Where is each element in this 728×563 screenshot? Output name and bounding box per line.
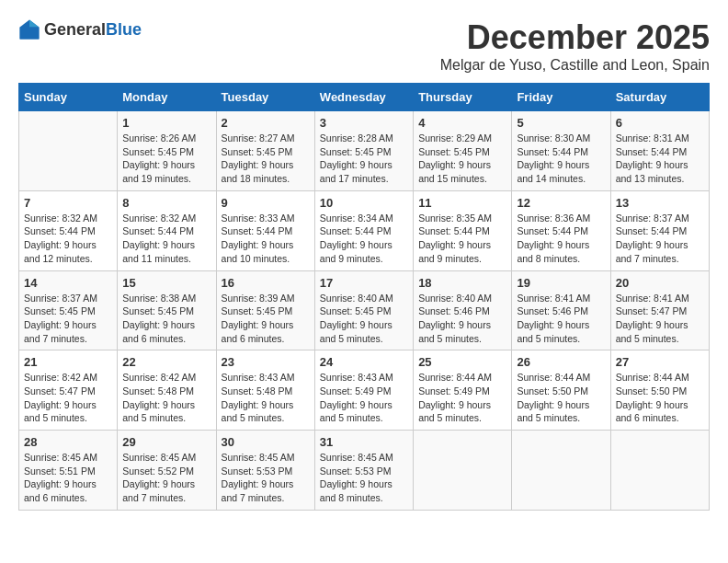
day-info: Sunrise: 8:41 AMSunset: 5:46 PMDaylight:… [517,292,605,346]
day-number: 29 [122,435,210,449]
day-info: Sunrise: 8:43 AMSunset: 5:49 PMDaylight:… [320,371,408,425]
day-number: 4 [418,116,506,130]
calendar-cell [512,431,610,511]
day-info: Sunrise: 8:45 AMSunset: 5:51 PMDaylight:… [24,451,112,505]
calendar-cell: 19Sunrise: 8:41 AMSunset: 5:46 PMDayligh… [512,270,610,350]
day-number: 25 [418,355,506,369]
day-number: 3 [320,116,408,130]
day-info: Sunrise: 8:37 AMSunset: 5:44 PMDaylight:… [616,212,704,266]
calendar-cell: 2Sunrise: 8:27 AMSunset: 5:45 PMDaylight… [216,111,314,191]
day-info: Sunrise: 8:44 AMSunset: 5:50 PMDaylight:… [517,371,605,425]
calendar-cell [19,111,118,191]
day-number: 7 [24,196,112,210]
day-info: Sunrise: 8:45 AMSunset: 5:53 PMDaylight:… [320,451,408,505]
day-info: Sunrise: 8:45 AMSunset: 5:53 PMDaylight:… [222,451,310,505]
day-number: 28 [24,435,112,449]
day-number: 20 [616,276,704,290]
week-row-3: 14Sunrise: 8:37 AMSunset: 5:45 PMDayligh… [19,270,710,350]
day-info: Sunrise: 8:33 AMSunset: 5:44 PMDaylight:… [222,212,310,266]
day-info: Sunrise: 8:26 AMSunset: 5:45 PMDaylight:… [122,132,210,186]
day-info: Sunrise: 8:35 AMSunset: 5:44 PMDaylight:… [418,212,506,266]
calendar-cell: 29Sunrise: 8:45 AMSunset: 5:52 PMDayligh… [118,431,216,511]
logo: GeneralBlue [18,18,142,40]
day-info: Sunrise: 8:40 AMSunset: 5:45 PMDaylight:… [320,292,408,346]
day-info: Sunrise: 8:42 AMSunset: 5:48 PMDaylight:… [122,371,210,425]
calendar-cell: 4Sunrise: 8:29 AMSunset: 5:45 PMDaylight… [414,111,512,191]
weekday-header-wednesday: Wednesday [314,84,413,111]
calendar-cell: 27Sunrise: 8:44 AMSunset: 5:50 PMDayligh… [610,350,709,431]
weekday-header-saturday: Saturday [610,84,709,111]
day-info: Sunrise: 8:43 AMSunset: 5:48 PMDaylight:… [222,371,310,425]
calendar-cell: 18Sunrise: 8:40 AMSunset: 5:46 PMDayligh… [414,270,512,350]
day-info: Sunrise: 8:28 AMSunset: 5:45 PMDaylight:… [320,132,408,186]
calendar-cell: 9Sunrise: 8:33 AMSunset: 5:44 PMDaylight… [216,190,314,270]
day-number: 31 [320,435,408,449]
month-year-title: December 2025 [440,18,710,57]
calendar-cell: 15Sunrise: 8:38 AMSunset: 5:45 PMDayligh… [118,270,216,350]
day-info: Sunrise: 8:37 AMSunset: 5:45 PMDaylight:… [24,292,112,346]
day-number: 23 [222,355,310,369]
day-info: Sunrise: 8:39 AMSunset: 5:45 PMDaylight:… [222,292,310,346]
day-info: Sunrise: 8:32 AMSunset: 5:44 PMDaylight:… [24,212,112,266]
day-info: Sunrise: 8:45 AMSunset: 5:52 PMDaylight:… [122,451,210,505]
day-number: 15 [122,276,210,290]
day-number: 11 [418,196,506,210]
calendar-cell: 21Sunrise: 8:42 AMSunset: 5:47 PMDayligh… [19,350,118,431]
day-number: 18 [418,276,506,290]
day-number: 1 [122,116,210,130]
calendar-cell: 25Sunrise: 8:44 AMSunset: 5:49 PMDayligh… [414,350,512,431]
calendar-cell: 16Sunrise: 8:39 AMSunset: 5:45 PMDayligh… [216,270,314,350]
week-row-2: 7Sunrise: 8:32 AMSunset: 5:44 PMDaylight… [19,190,710,270]
weekday-header-friday: Friday [512,84,610,111]
calendar-cell: 6Sunrise: 8:31 AMSunset: 5:44 PMDaylight… [610,111,709,191]
calendar-cell: 17Sunrise: 8:40 AMSunset: 5:45 PMDayligh… [314,270,413,350]
logo-icon [18,18,40,40]
calendar-cell: 11Sunrise: 8:35 AMSunset: 5:44 PMDayligh… [414,190,512,270]
day-info: Sunrise: 8:29 AMSunset: 5:45 PMDaylight:… [418,132,506,186]
calendar-cell: 24Sunrise: 8:43 AMSunset: 5:49 PMDayligh… [314,350,413,431]
day-number: 24 [320,355,408,369]
calendar-cell: 26Sunrise: 8:44 AMSunset: 5:50 PMDayligh… [512,350,610,431]
logo-general: General [44,20,106,39]
calendar-cell: 5Sunrise: 8:30 AMSunset: 5:44 PMDaylight… [512,111,610,191]
day-number: 22 [122,355,210,369]
calendar-cell: 13Sunrise: 8:37 AMSunset: 5:44 PMDayligh… [610,190,709,270]
day-number: 30 [222,435,310,449]
calendar-cell: 31Sunrise: 8:45 AMSunset: 5:53 PMDayligh… [314,431,413,511]
day-info: Sunrise: 8:27 AMSunset: 5:45 PMDaylight:… [222,132,310,186]
weekday-header-sunday: Sunday [19,84,118,111]
calendar-cell: 28Sunrise: 8:45 AMSunset: 5:51 PMDayligh… [19,431,118,511]
day-info: Sunrise: 8:36 AMSunset: 5:44 PMDaylight:… [517,212,605,266]
day-number: 8 [122,196,210,210]
calendar-cell: 20Sunrise: 8:41 AMSunset: 5:47 PMDayligh… [610,270,709,350]
day-number: 17 [320,276,408,290]
calendar-cell: 7Sunrise: 8:32 AMSunset: 5:44 PMDaylight… [19,190,118,270]
calendar-cell: 14Sunrise: 8:37 AMSunset: 5:45 PMDayligh… [19,270,118,350]
day-info: Sunrise: 8:41 AMSunset: 5:47 PMDaylight:… [616,292,704,346]
calendar-table: SundayMondayTuesdayWednesdayThursdayFrid… [18,83,710,511]
day-info: Sunrise: 8:44 AMSunset: 5:49 PMDaylight:… [418,371,506,425]
day-number: 9 [222,196,310,210]
week-row-5: 28Sunrise: 8:45 AMSunset: 5:51 PMDayligh… [19,431,710,511]
day-info: Sunrise: 8:44 AMSunset: 5:50 PMDaylight:… [616,371,704,425]
day-number: 2 [222,116,310,130]
logo-wordmark: GeneralBlue [44,20,142,40]
day-info: Sunrise: 8:34 AMSunset: 5:44 PMDaylight:… [320,212,408,266]
day-info: Sunrise: 8:38 AMSunset: 5:45 PMDaylight:… [122,292,210,346]
logo-blue: Blue [106,20,142,39]
day-number: 5 [517,116,605,130]
day-info: Sunrise: 8:42 AMSunset: 5:47 PMDaylight:… [24,371,112,425]
day-number: 19 [517,276,605,290]
calendar-cell: 22Sunrise: 8:42 AMSunset: 5:48 PMDayligh… [118,350,216,431]
week-row-1: 1Sunrise: 8:26 AMSunset: 5:45 PMDaylight… [19,111,710,191]
title-area: December 2025 Melgar de Yuso, Castille a… [440,18,710,74]
weekday-header-row: SundayMondayTuesdayWednesdayThursdayFrid… [19,84,710,111]
location-subtitle: Melgar de Yuso, Castille and Leon, Spain [440,57,710,74]
day-number: 6 [616,116,704,130]
day-number: 13 [616,196,704,210]
weekday-header-tuesday: Tuesday [216,84,314,111]
calendar-cell: 23Sunrise: 8:43 AMSunset: 5:48 PMDayligh… [216,350,314,431]
day-number: 26 [517,355,605,369]
day-info: Sunrise: 8:32 AMSunset: 5:44 PMDaylight:… [122,212,210,266]
day-number: 12 [517,196,605,210]
